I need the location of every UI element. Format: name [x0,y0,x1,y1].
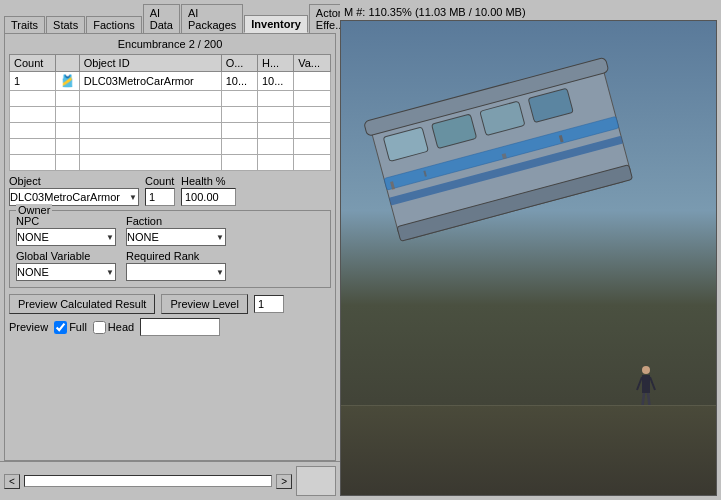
col-icon [55,55,79,72]
global-var-select[interactable]: NONE [16,263,116,281]
tab-ai-packages[interactable]: AI Packages [181,4,243,33]
tab-ai-data[interactable]: AI Data [143,4,180,33]
tabs-row: Traits Stats Factions AI Data AI Package… [0,0,340,33]
right-panel: M #: 110.35% (11.03 MB / 10.00 MB) [340,4,717,496]
row-count: 1 [10,72,56,91]
empty-row-1 [10,91,331,107]
inventory-panel: Encumbrance 2 / 200 Count Object ID O...… [4,33,336,461]
preview-text-input[interactable] [140,318,220,336]
col-o: O... [221,55,257,72]
render-view[interactable] [340,20,717,496]
col-v: Va... [294,55,331,72]
svg-rect-14 [642,375,650,393]
required-rank-field: Required Rank [126,250,226,281]
thumbnail-box [296,466,336,496]
head-checkbox-label[interactable]: Head [93,321,134,334]
empty-row-5 [10,155,331,171]
svg-line-16 [650,377,655,390]
preview-buttons-row: Preview Calculated Result Preview Level [9,294,331,314]
full-label: Full [69,321,87,333]
scroll-left-btn[interactable]: < [4,474,20,489]
full-checkbox-label[interactable]: Full [54,321,87,334]
empty-row-3 [10,123,331,139]
table-row[interactable]: 1 🎽 DLC03MetroCarArmor 10... 10... [10,72,331,91]
npc-field: NPC NONE [16,215,116,246]
global-var-label: Global Variable [16,250,116,262]
row-o: 10... [221,72,257,91]
encumbrance-label: Encumbrance 2 / 200 [9,38,331,50]
memory-info: M #: 110.35% (11.03 MB / 10.00 MB) [340,4,717,20]
health-input[interactable] [181,188,236,206]
count-field: Count [145,175,175,206]
ground-plane [341,405,716,495]
required-rank-select[interactable] [126,263,226,281]
svg-line-15 [637,377,642,390]
empty-row-4 [10,139,331,155]
faction-select-wrapper: NONE [126,228,226,246]
empty-row-2 [10,107,331,123]
required-rank-label: Required Rank [126,250,226,262]
owner-group: Owner NPC NONE Faction [9,210,331,288]
svg-point-13 [642,366,650,374]
count-input[interactable] [145,188,175,206]
main-container: Traits Stats Factions AI Data AI Package… [0,0,721,500]
preview-label: Preview [9,321,48,333]
train-car-3d [361,51,651,251]
left-panel: Traits Stats Factions AI Data AI Package… [0,0,340,500]
scroll-right-btn[interactable]: > [276,474,292,489]
row-v [294,72,331,91]
owner-group-title: Owner [16,204,52,216]
global-var-field: Global Variable NONE [16,250,116,281]
global-var-select-wrapper: NONE [16,263,116,281]
inventory-table: Count Object ID O... H... Va... 1 🎽 [9,54,331,171]
npc-label: NPC [16,215,116,227]
npc-select[interactable]: NONE [16,228,116,246]
faction-select[interactable]: NONE [126,228,226,246]
col-h: H... [257,55,293,72]
col-object-id: Object ID [79,55,221,72]
object-field: Object DLC03MetroCarArmor [9,175,139,206]
npc-select-wrapper: NONE [16,228,116,246]
col-count: Count [10,55,56,72]
tab-stats[interactable]: Stats [46,16,85,33]
head-checkbox[interactable] [93,321,106,334]
object-count-row: Object DLC03MetroCarArmor Count Health % [9,175,331,206]
row-icon: 🎽 [55,72,79,91]
tab-inventory[interactable]: Inventory [244,15,308,33]
row-object-id: DLC03MetroCarArmor [79,72,221,91]
faction-label: Faction [126,215,226,227]
required-rank-select-wrapper [126,263,226,281]
head-label: Head [108,321,134,333]
tab-traits[interactable]: Traits [4,16,45,33]
tab-factions[interactable]: Factions [86,16,142,33]
health-label: Health % [181,175,236,187]
object-label: Object [9,175,139,187]
health-field: Health % [181,175,236,206]
preview-checkboxes-row: Preview Full Head [9,318,331,336]
preview-level-btn[interactable]: Preview Level [161,294,247,314]
bottom-scroll-area: < > [0,461,340,500]
faction-field: Faction NONE [126,215,226,246]
preview-calculated-btn[interactable]: Preview Calculated Result [9,294,155,314]
scroll-track[interactable] [24,475,272,487]
row-h: 10... [257,72,293,91]
full-checkbox[interactable] [54,321,67,334]
preview-level-input[interactable] [254,295,284,313]
count-label: Count [145,175,175,187]
